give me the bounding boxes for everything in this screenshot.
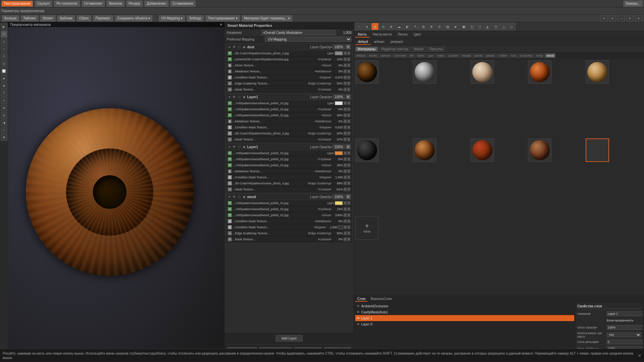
tex-dn-l1-6[interactable]: ▾ [347,131,351,135]
tex-up-5[interactable]: ↺ [343,75,347,79]
add-btn[interactable]: Добавление [145,1,168,7]
l1-close[interactable]: ✕ [346,95,351,99]
tex-dn-l2-1[interactable]: ▾ [347,151,351,155]
blocks-btn[interactable]: Заблоки [57,15,75,21]
l1-opacity-val[interactable] [333,95,345,99]
layer-dust-header[interactable]: ▾ 👁 ⬡ ▣ dust Layer Opacity• ✕ [226,44,352,50]
tex-down-4[interactable]: ▾ [347,69,351,73]
tex-up-6[interactable]: ↺ [343,81,347,85]
brush-icon-14[interactable]: ▣ [460,23,467,30]
sculpt-btn[interactable]: Скульпт [35,1,52,7]
close-tb-icon[interactable]: ✕ [635,15,642,22]
mat-2[interactable] [413,60,436,84]
wood-opacity-val[interactable] [333,194,345,199]
tool-3[interactable]: ◻ [1,38,7,45]
tool-1[interactable]: ▶ [1,23,7,30]
tab-cvet[interactable]: Цвет [411,32,424,38]
sub-points[interactable]: points [473,53,484,58]
tex-down-1[interactable]: ▾ [347,51,351,55]
mat-3[interactable] [471,60,494,84]
flip-btn[interactable]: Переверт [93,15,113,21]
tool-13[interactable]: ⊡ [1,112,7,119]
brush-icon-8[interactable]: ✎ [412,23,419,30]
viewport-canvas[interactable] [8,22,224,362]
brush-icon-9[interactable]: ⊞ [420,23,427,30]
mat-8[interactable] [471,138,494,162]
tex-up-w-4[interactable]: ↺ [343,219,347,223]
brush-icon-18[interactable]: ⊡ [492,23,499,30]
lb-tab-voxel[interactable]: ВоксельСлои [369,297,393,302]
tex-down-7[interactable]: ▾ [347,87,351,92]
tex-up-7[interactable]: ↺ [343,87,347,92]
name-input[interactable] [262,30,335,35]
eye-l1[interactable]: 👁 [232,95,236,99]
rotate-icon[interactable]: ↺ [600,15,607,22]
color-swatch-w-1[interactable] [335,201,343,205]
dust-opacity-val[interactable] [333,45,345,49]
settings-btn[interactable]: Settings [187,15,204,21]
sub-rubber[interactable]: rubber [497,53,509,58]
sub-rust[interactable]: rust [509,53,518,58]
brush-icon-16[interactable]: ⬡ [476,23,483,30]
tex-down-2[interactable]: ▾ [347,57,351,61]
sub-temp[interactable]: temp [535,53,545,58]
tex-up-4[interactable]: ↺ [343,69,347,73]
tab-lenty[interactable]: Ленты [395,32,410,38]
tool-11[interactable]: ∿ [1,97,7,104]
tab-tex-editor[interactable]: Редактор текстур [379,47,411,52]
mat-1[interactable] [355,60,379,84]
expand-l1[interactable]: ▾ [228,95,231,99]
sub-default[interactable]: default [355,53,367,58]
tex-dn-l2-7[interactable]: ▾ [347,187,351,191]
tex-dn-l1-4[interactable]: ▾ [347,119,351,123]
tab-kist[interactable]: Кисть [355,32,369,38]
tex-up-l1-6[interactable]: ↺ [343,131,347,135]
tex-up-w-2[interactable]: ↺ [343,207,347,211]
texturing-mode-btn[interactable]: Текстурирование [1,1,33,7]
brush-icon-20[interactable]: ▷ [508,23,516,30]
dust-close[interactable]: ✕ [346,45,351,49]
tex-dn-l2-2[interactable]: ▾ [347,157,351,161]
tex-up-l1-7[interactable]: ↺ [343,137,347,141]
tex-up-1[interactable]: ↺ [343,51,347,55]
voxel-btn[interactable]: Воксели [107,1,124,7]
sub-fabric[interactable]: fabric [416,53,427,58]
tex-up-l2-5[interactable]: ↺ [343,175,347,179]
tex-up-2[interactable]: ↺ [343,57,347,61]
mat-9[interactable] [528,138,551,162]
expand-dust[interactable]: ▾ [228,45,231,49]
shown-btn[interactable]: Shown [40,15,55,21]
expand-l2[interactable]: ▾ [228,145,231,148]
brush-icon-19[interactable]: △ [500,23,507,30]
tex-up-w-1[interactable]: ↺ [343,201,347,205]
tex-up-3[interactable]: ↺ [343,63,347,67]
mat-7[interactable] [413,138,436,162]
brush-icon-2[interactable]: ● [363,23,371,30]
tex-up-l2-7[interactable]: ↺ [343,187,347,191]
tool-4[interactable]: ○ [1,46,7,52]
eye-layer1[interactable]: 👁 [356,316,360,320]
tex-up-w-6[interactable]: ↺ [343,231,347,235]
tool-16[interactable]: ⚙ [1,134,7,141]
color-swatch-l2-1[interactable] [335,151,343,155]
tex-dn-l2-3[interactable]: ▾ [347,163,351,167]
lb-tab-sloi[interactable]: Слои [355,297,367,302]
move-icon[interactable]: ✛ [609,15,616,22]
brush-icon-1[interactable]: ○ [355,23,363,30]
tex-dn-l2-4[interactable]: ▾ [347,169,351,173]
tool-7[interactable]: ⬜ [1,68,7,74]
tex-dn-w-4[interactable]: ▾ [347,219,351,223]
sub-wood[interactable]: wood [545,53,556,58]
mat-6[interactable] [355,138,379,162]
pp-ispolz-select[interactable]: Нет [607,333,641,337]
brush-icon-13[interactable]: ◈ [452,23,459,30]
tex-dn-l1-3[interactable]: ▾ [347,113,351,117]
tex-dn-l2-6[interactable]: ▾ [347,181,351,185]
tex-dn-l2-5[interactable]: ▾ [347,175,351,179]
smooth-btn[interactable]: Сглаживание [170,1,196,7]
tab-masks[interactable]: Маски [412,47,426,52]
tex-dn-w-2[interactable]: ▾ [347,207,351,211]
tex-up-w-5[interactable]: ↺ [343,225,347,229]
tex-dn-w-7[interactable]: ▾ [347,237,351,241]
tex-dn-w-6[interactable]: ▾ [347,231,351,235]
